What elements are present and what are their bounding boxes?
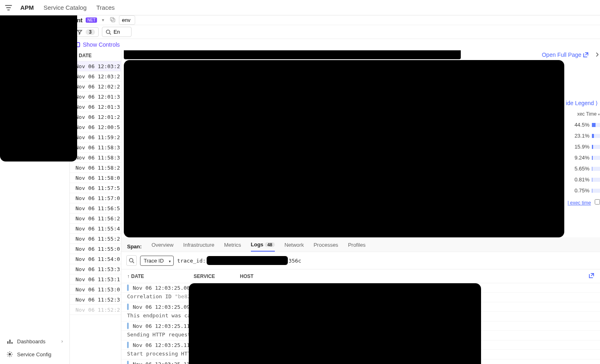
chevron-down-icon[interactable]: ▾: [100, 17, 106, 23]
tab-logs[interactable]: Logs 48: [251, 241, 275, 252]
env-filter-input[interactable]: [119, 15, 135, 25]
trace-row[interactable]: Nov 06 11:55:0: [70, 244, 121, 254]
svg-rect-3: [7, 341, 9, 344]
trace-row[interactable]: Nov 06 11:52:3: [70, 295, 121, 305]
hide-legend-link[interactable]: ide Legend ⟩: [564, 100, 600, 106]
log-time: Nov 06 12:03:25.008: [133, 285, 193, 291]
exec-time-checkbox[interactable]: [595, 199, 600, 205]
svg-line-10: [109, 33, 111, 34]
copy-icon[interactable]: [109, 16, 116, 24]
tab-infrastructure[interactable]: Infrastructure: [183, 242, 214, 251]
trace-row-time: Nov 06 11:58:3: [76, 155, 120, 161]
logs-filter-field-dropdown[interactable]: Trace ID ▾: [140, 256, 174, 266]
trace-row-time: Nov 06 12:01:2: [76, 114, 120, 120]
trace-row-time: Nov 06 11:53:1: [76, 276, 120, 282]
trace-row-time: Nov 06 11:58:2: [76, 165, 120, 171]
trace-detail-panel: af356c Open Full Page ✕ ide Legend: [121, 50, 600, 364]
svg-rect-8: [112, 19, 115, 22]
logs-col-host[interactable]: HOST: [240, 274, 253, 279]
trace-list-column: ↓ DATE Nov 06 12:03:2Nov 06 12:03:2Nov 0…: [70, 50, 121, 364]
flame-legend-row[interactable]: 15.9%: [564, 141, 600, 152]
trace-row[interactable]: Nov 06 11:53:3: [70, 264, 121, 274]
left-rail: Dashboards › Service Config: [0, 15, 70, 364]
logs-open-external[interactable]: [589, 273, 594, 280]
redacted-logs-block: [189, 283, 481, 364]
tab-profiles[interactable]: Profiles: [348, 242, 365, 251]
svg-point-6: [9, 353, 11, 355]
trace-row[interactable]: Nov 06 11:58:0: [70, 173, 121, 183]
tab-network[interactable]: Network: [285, 242, 304, 251]
page-header: unt NET ▾: [70, 15, 600, 25]
trace-row[interactable]: Nov 06 12:02:2: [70, 82, 121, 92]
flame-legend-row[interactable]: 9.24%: [564, 152, 600, 163]
nav-apm[interactable]: APM: [20, 4, 34, 11]
trace-row[interactable]: Nov 06 11:54:0: [70, 254, 121, 264]
pct-label: 23.1%: [574, 133, 589, 139]
trace-row[interactable]: Nov 06 11:56:2: [70, 213, 121, 224]
pct-bar: [592, 167, 600, 171]
nav-dashboards[interactable]: Dashboards ›: [5, 335, 65, 348]
show-controls-toggle[interactable]: Show Controls: [70, 39, 600, 50]
logs-col-date[interactable]: ↑ DATE: [127, 274, 188, 279]
nav-service-config-label: Service Config: [17, 351, 52, 358]
trace-row-time: Nov 06 11:52:3: [76, 297, 120, 303]
trace-row[interactable]: Nov 06 12:00:5: [70, 122, 121, 132]
logs-col-service[interactable]: SERVICE: [194, 274, 234, 279]
trace-row-time: Nov 06 11:56:2: [76, 215, 120, 222]
flame-col-header[interactable]: xec Time ▾: [564, 106, 600, 119]
svg-point-13: [129, 258, 133, 262]
pct-bar: [592, 123, 600, 127]
chevron-right-icon: ›: [61, 338, 63, 344]
trace-row[interactable]: Nov 06 11:56:5: [70, 203, 121, 213]
search-input[interactable]: [114, 29, 128, 35]
flame-legend-row[interactable]: 23.1%: [564, 130, 600, 141]
trace-row[interactable]: Nov 06 11:59:2: [70, 132, 121, 142]
nav-service-config[interactable]: Service Config: [5, 348, 65, 361]
tab-processes[interactable]: Processes: [313, 242, 338, 251]
search-icon: [106, 29, 111, 35]
redacted-flamegraph: [124, 60, 564, 237]
trace-row-time: Nov 06 12:03:2: [76, 73, 120, 80]
close-panel-button[interactable]: ✕: [595, 50, 598, 59]
trace-row[interactable]: Nov 06 11:57:0: [70, 193, 121, 203]
trace-row-time: Nov 06 12:00:5: [76, 124, 120, 130]
svg-rect-5: [11, 342, 13, 344]
trace-row[interactable]: Nov 06 12:01:2: [70, 112, 121, 122]
trace-list-header-date[interactable]: ↓ DATE: [70, 50, 121, 61]
nav-service-catalog[interactable]: Service Catalog: [43, 4, 86, 11]
span-tabs: Span: OverviewInfrastructureMetricsLogs …: [121, 237, 600, 252]
open-full-page-link[interactable]: Open Full Page: [542, 52, 589, 58]
trace-row-time: Nov 06 11:53:3: [76, 266, 120, 272]
trace-row[interactable]: Nov 06 12:03:2: [70, 71, 121, 82]
total-exec-time-link[interactable]: l exec time: [568, 200, 591, 206]
flame-legend-row[interactable]: 5.65%: [564, 163, 600, 174]
logs-query[interactable]: trace_id: 356c: [177, 256, 301, 265]
flame-legend-row[interactable]: 44.5%: [564, 119, 600, 130]
flame-legend-row[interactable]: 0.75%: [564, 185, 600, 196]
trace-row[interactable]: Nov 06 12:03:2: [70, 61, 121, 71]
tab-metrics[interactable]: Metrics: [224, 242, 241, 251]
search-icon: [129, 258, 134, 263]
tab-badge: 48: [265, 242, 274, 247]
trace-row[interactable]: Nov 06 11:55:4: [70, 224, 121, 234]
trace-row[interactable]: Nov 06 11:58:3: [70, 153, 121, 163]
redacted-block: [124, 50, 461, 59]
tab-overview[interactable]: Overview: [151, 242, 173, 251]
trace-row[interactable]: Nov 06 11:52:2: [70, 305, 121, 315]
redacted-query-value: [207, 256, 288, 265]
trace-row[interactable]: Nov 06 11:53:0: [70, 284, 121, 295]
trace-row[interactable]: Nov 06 12:01:3: [70, 102, 121, 112]
trace-row-time: Nov 06 11:59:2: [76, 134, 120, 140]
trace-row[interactable]: Nov 06 11:57:5: [70, 183, 121, 193]
nav-traces[interactable]: Traces: [96, 4, 114, 11]
logs-search-button[interactable]: [126, 255, 137, 266]
external-link-icon: [589, 273, 594, 278]
trace-row[interactable]: Nov 06 11:58:3: [70, 142, 121, 153]
trace-row[interactable]: Nov 06 11:53:1: [70, 274, 121, 284]
pct-bar: [592, 156, 600, 160]
trace-row[interactable]: Nov 06 12:01:3: [70, 92, 121, 102]
search-traces[interactable]: [102, 27, 132, 37]
flame-legend-row[interactable]: 0.81%: [564, 174, 600, 185]
trace-row[interactable]: Nov 06 11:58:2: [70, 163, 121, 173]
trace-row[interactable]: Nov 06 11:55:2: [70, 234, 121, 244]
